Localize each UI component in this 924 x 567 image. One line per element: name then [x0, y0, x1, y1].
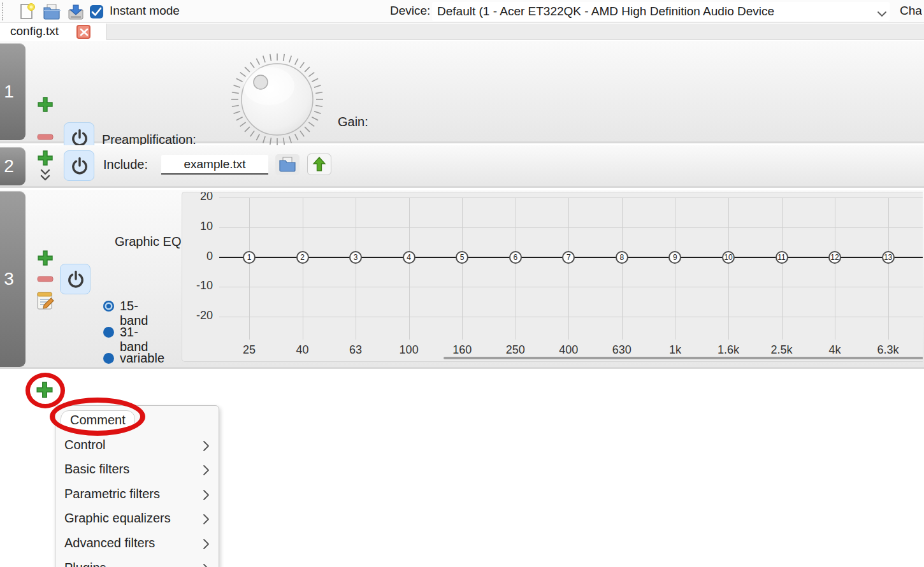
remove-row-icon[interactable]	[36, 275, 54, 286]
x-tick-label: 250	[496, 343, 535, 357]
x-tick-label: 4k	[816, 343, 854, 357]
eq-band-handle[interactable]: 4	[403, 251, 415, 264]
y-tick-label: 0	[184, 250, 213, 263]
eq-band-handle[interactable]: 3	[349, 251, 362, 264]
gridline-v	[835, 197, 835, 340]
row-number-badge: 1	[0, 43, 25, 140]
tab-config-txt[interactable]: config.txt	[0, 24, 107, 40]
x-tick-label: 160	[443, 343, 481, 357]
add-row-icon[interactable]	[36, 96, 54, 116]
filter-row-graphic-eq: 3 Graphic EQ:	[0, 190, 924, 369]
x-tick-label: 630	[603, 343, 641, 357]
gridline-v	[888, 197, 889, 340]
submenu-chevron-icon	[203, 489, 210, 504]
y-tick-label: -20	[184, 309, 213, 322]
add-row-icon[interactable]	[36, 149, 54, 169]
toolbar: Instant mode Device: Default (1 - Acer E…	[0, 0, 924, 23]
save-file-icon[interactable]	[66, 3, 85, 20]
menu-item-graphic-equalizers[interactable]: Graphic equalizers	[55, 507, 219, 532]
x-tick-label: 2.5k	[763, 343, 801, 357]
remove-row-icon[interactable]	[36, 133, 54, 144]
gridline-v	[675, 197, 675, 340]
x-tick-label: 25	[230, 343, 268, 357]
x-tick-label: 40	[284, 343, 322, 357]
menu-item-control[interactable]: Control	[55, 434, 219, 459]
add-filter-button[interactable]	[35, 380, 54, 402]
instant-mode-label: Instant mode	[110, 4, 180, 18]
x-tick-label: 63	[336, 343, 375, 357]
tab-label: config.txt	[10, 24, 59, 38]
eq-band-handle[interactable]: 11	[776, 251, 788, 264]
browse-file-icon[interactable]	[275, 154, 300, 175]
add-row-icon[interactable]	[36, 249, 54, 269]
gridline-v	[249, 197, 250, 340]
chevron-down-icon	[877, 8, 887, 20]
eq-band-handle[interactable]: 7	[562, 251, 575, 264]
gridline-v	[516, 197, 516, 340]
gridline-v	[728, 197, 729, 340]
submenu-chevron-icon	[203, 563, 210, 567]
menu-item-comment[interactable]: Comment	[55, 409, 219, 434]
submenu-chevron-icon	[203, 440, 210, 455]
tab-bar: config.txt	[0, 24, 924, 40]
include-label: Include:	[103, 157, 148, 172]
device-value: Default (1 - Acer ET322QK - AMD High Def…	[437, 4, 774, 18]
device-label: Device:	[390, 4, 430, 18]
submenu-chevron-icon	[203, 464, 210, 479]
eq-band-handle[interactable]: 8	[616, 251, 628, 264]
eq-band-handle[interactable]: 5	[456, 251, 468, 264]
row-number-badge: 2	[0, 147, 25, 185]
instant-mode-checkbox[interactable]	[90, 5, 103, 18]
gridline-h	[219, 317, 923, 317]
filter-row-preamp: 1 Preamplification:	[0, 41, 924, 143]
eq-band-handle[interactable]: 10	[722, 251, 735, 264]
gain-label: Gain:	[338, 115, 368, 129]
open-file-icon[interactable]	[42, 3, 61, 20]
power-toggle[interactable]	[60, 264, 90, 294]
row-number-badge: 3	[0, 191, 25, 367]
eq-band-handle[interactable]: 9	[668, 251, 681, 264]
gridline-v	[568, 197, 569, 340]
edit-row-icon[interactable]	[34, 290, 56, 314]
gridline-h	[219, 227, 923, 228]
x-tick-label: 1k	[656, 343, 694, 357]
new-file-icon[interactable]	[18, 3, 37, 20]
gain-knob[interactable]	[229, 51, 325, 149]
menu-item-basic-filters[interactable]: Basic filters	[55, 458, 219, 483]
open-include-icon[interactable]	[307, 154, 331, 175]
graphic-eq-label: Graphic EQ:	[89, 234, 185, 249]
menu-item-advanced-filters[interactable]: Advanced filters	[55, 532, 219, 557]
eq-band-handle[interactable]: 13	[882, 251, 895, 264]
gridline-v	[356, 197, 356, 340]
eq-band-handle[interactable]: 2	[296, 251, 309, 264]
menu-item-parametric-filters[interactable]: Parametric filters	[55, 483, 219, 508]
gridline-v	[782, 197, 783, 340]
eq-band-handle[interactable]: 12	[828, 251, 841, 264]
gridline-h	[219, 197, 923, 198]
x-tick-label: 1.6k	[709, 343, 747, 357]
eq-band-handle[interactable]: 6	[509, 251, 522, 264]
submenu-chevron-icon	[203, 538, 210, 553]
eq-chart[interactable]: 20100-10-202540631001602504006301k1.6k2.…	[182, 192, 923, 362]
y-tick-label: 20	[184, 192, 213, 203]
add-filter-menu: Comment Control Basic filters Parametric…	[55, 405, 219, 567]
radio-icon	[103, 353, 114, 364]
channel-label-clipped: Cha	[900, 4, 922, 18]
gridline-h	[219, 287, 923, 287]
app-window: Instant mode Device: Default (1 - Acer E…	[0, 0, 924, 567]
chart-scrollbar[interactable]	[444, 357, 923, 359]
expand-rows-icon[interactable]	[39, 168, 52, 186]
x-tick-label: 6.3k	[869, 343, 907, 357]
toolbar-grip[interactable]	[2, 3, 4, 20]
tab-close-icon[interactable]	[76, 25, 90, 39]
y-tick-label: 10	[184, 220, 213, 233]
gridline-v	[303, 197, 303, 340]
device-dropdown[interactable]: Default (1 - Acer ET322QK - AMD High Def…	[432, 2, 890, 21]
eq-band-handle[interactable]: 1	[243, 251, 256, 264]
include-filename-input[interactable]: example.txt	[161, 155, 268, 175]
radio-icon	[103, 327, 114, 338]
x-tick-label: 100	[390, 343, 428, 357]
power-toggle[interactable]	[64, 150, 94, 181]
menu-item-plugins[interactable]: Plugins	[55, 557, 219, 567]
submenu-chevron-icon	[203, 513, 210, 528]
